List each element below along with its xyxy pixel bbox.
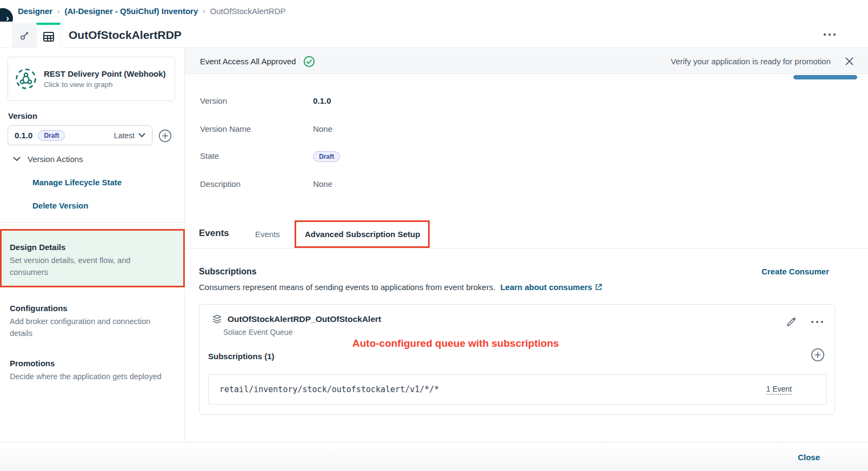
footer-bar: Close [0,442,868,471]
app-window: › Designer › (AI-Designer - Q5uiChuf) In… [0,0,868,471]
promotion-banner: Verify your application is ready for pro… [671,49,854,74]
detail-label: Version [200,96,311,105]
breadcrumb-designer[interactable]: Designer [18,6,52,16]
webhook-icon [15,68,37,90]
create-consumer-button[interactable]: Create Consumer [762,267,829,276]
sidebar-item-design-details[interactable]: Design Details Set version details, even… [0,229,185,287]
view-tabs [12,23,61,48]
detail-label: State [200,151,311,160]
version-actions-label: Version Actions [28,154,83,164]
subscriptions-description-text: Consumers represent means of sending eve… [199,282,496,292]
draft-state-badge: Draft [38,130,65,141]
status-banner: Event Access All Approved Verify your ap… [185,49,868,74]
annotation-text: Auto-configured queue with subscriptions [352,338,559,349]
edit-pencil-icon[interactable] [786,317,797,327]
tab-advanced-subscription-setup[interactable]: Advanced Subscription Setup [305,230,420,239]
subscription-topic-row: retail/inventory/stock/outofstockalert/v… [208,374,827,405]
main-content: Event Access All Approved Verify your ap… [185,49,868,442]
detail-row-state: State Draft [200,151,340,160]
subscriptions-count-label: Subscriptions (1) [208,352,275,361]
learn-link-text: Learn about consumers [500,282,592,292]
page-title: OutOfStockAlertRDP [69,22,182,48]
object-card[interactable]: REST Delivery Point (Webhook) Click to v… [8,57,175,101]
latest-label: Latest [114,131,135,140]
consumer-card-actions [786,317,824,327]
sidebar: REST Delivery Point (Webhook) Click to v… [0,49,185,442]
object-card-text: REST Delivery Point (Webhook) Click to v… [44,69,166,89]
detail-value: None [313,124,332,133]
sidebar-item-configurations[interactable]: Configurations Add broker configuration … [0,296,185,347]
sidebar-divider [0,222,185,223]
breadcrumb-separator: › [57,7,59,15]
nav-item-description: Add broker configuration and connection … [10,316,166,340]
detail-row-version: Version 0.1.0 [200,96,331,105]
more-options-icon[interactable] [811,320,824,324]
events-section-heading: Events [199,228,229,239]
consumer-name: OutOfStockAlertRDP_OutOfStockAlert [228,314,381,324]
breadcrumb-current: OutOfStockAlertRDP [210,6,286,16]
breadcrumb: Designer › (AI-Designer - Q5uiChuf) Inve… [18,0,286,22]
view-in-graph-hint: Click to view in graph [44,80,166,89]
delete-version-link[interactable]: Delete Version [32,201,88,210]
subscriptions-heading: Subscriptions [199,267,257,277]
consumer-card: OutOfStockAlertRDP_OutOfStockAlert Solac… [199,304,835,415]
breadcrumb-separator: › [203,7,205,15]
detail-row-version-name: Version Name None [200,124,332,133]
consumer-name-row: OutOfStockAlertRDP_OutOfStockAlert [212,314,381,324]
plus-circle-icon [811,348,825,362]
detail-value: None [313,179,332,189]
chevron-down-icon [138,133,145,138]
table-view-icon [43,31,55,42]
object-type-label: REST Delivery Point (Webhook) [44,69,166,78]
check-circle-icon [303,56,315,68]
nav-item-description: Set version details, event flow, and con… [10,255,166,279]
detail-row-description: Description None [200,179,332,189]
nav-item-description: Decide where the application gets deploy… [10,371,175,383]
chevron-down-icon [13,157,21,162]
tab-events[interactable]: Events [255,230,280,239]
add-version-button[interactable] [158,129,172,143]
external-link-icon [595,284,602,291]
close-banner-icon[interactable] [845,57,854,66]
detail-label: Description [200,179,311,189]
partially-hidden-button[interactable] [793,75,857,79]
detail-label: Version Name [200,124,311,133]
event-access-status: Event Access All Approved [200,49,315,74]
queue-layers-icon [212,314,222,324]
event-count-link[interactable]: 1 Event [766,385,792,395]
add-subscription-button[interactable] [811,348,825,362]
manage-lifecycle-state-link[interactable]: Manage Lifecycle State [32,178,122,187]
version-actions-toggle[interactable]: Version Actions [13,154,83,164]
version-section-label: Version [8,111,37,120]
version-number: 0.1.0 [15,131,32,140]
version-selector[interactable]: 0.1.0 Draft Latest [8,125,152,145]
plus-circle-icon [158,129,172,143]
nav-item-title: Promotions [10,359,175,368]
graph-view-icon [19,30,30,41]
title-bar: OutOfStockAlertRDP [0,22,868,48]
nav-item-title: Design Details [10,243,175,252]
state-draft-badge: Draft [313,151,340,162]
learn-about-consumers-link[interactable]: Learn about consumers [500,282,602,292]
tabs-divider [185,248,868,248]
nav-item-title: Configurations [10,304,175,313]
promotion-banner-message: Verify your application is ready for pro… [671,57,831,66]
event-access-status-label: Event Access All Approved [200,57,296,66]
tab-table-view[interactable] [36,23,61,48]
close-button[interactable]: Close [798,442,820,471]
subscriptions-description: Consumers represent means of sending eve… [199,282,602,292]
consumer-type: Solace Event Queue [223,328,292,337]
tab-graph-view[interactable] [12,23,36,48]
more-options-icon[interactable] [823,30,837,39]
breadcrumb-bar: › Designer › (AI-Designer - Q5uiChuf) In… [0,0,868,22]
latest-label-wrap: Latest [114,131,145,140]
subscription-topic: retail/inventory/stock/outofstockalert/v… [219,385,439,394]
sidebar-item-promotions[interactable]: Promotions Decide where the application … [0,351,185,391]
breadcrumb-inventory[interactable]: (AI-Designer - Q5uiChuf) Inventory [65,6,198,16]
detail-value: 0.1.0 [313,96,331,105]
